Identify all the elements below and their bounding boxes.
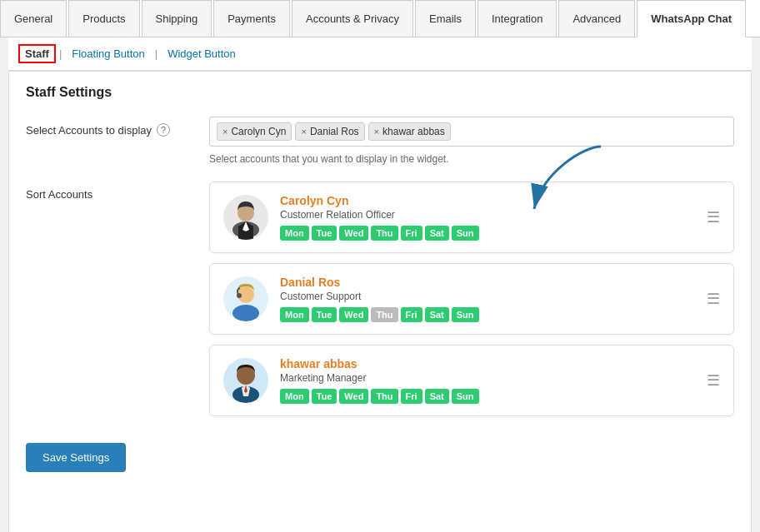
- drag-handle-khawar[interactable]: ☰: [707, 371, 720, 390]
- day-mon-danial: Mon: [280, 307, 309, 322]
- day-sat-carolyn: Sat: [425, 226, 449, 241]
- day-fri-danial: Fri: [401, 307, 422, 322]
- subtab-staff[interactable]: Staff: [18, 44, 56, 63]
- tabs-bar: General Products Shipping Payments Accou…: [0, 0, 760, 37]
- day-wed-khawar: Wed: [339, 389, 368, 404]
- svg-point-5: [232, 305, 259, 321]
- subtab-widget-button[interactable]: Widget Button: [161, 44, 242, 63]
- staff-role-khawar: Marketing Manager: [280, 372, 695, 384]
- day-sun-khawar: Sun: [452, 389, 479, 404]
- subtab-separator-2: |: [155, 47, 158, 60]
- tag-input[interactable]: × Carolyn Cyn × Danial Ros × khawar abba…: [209, 117, 734, 147]
- select-accounts-label: Select Accounts to display ?: [26, 117, 209, 137]
- days-row-danial: Mon Tue Wed Thu Fri Sat Sun: [280, 307, 695, 322]
- staff-info-danial: Danial Ros Customer Support Mon Tue Wed …: [280, 276, 695, 322]
- tag-danial-ros: × Danial Ros: [295, 122, 364, 141]
- svg-point-7: [237, 293, 242, 298]
- subtabs-bar: Staff | Floating Button | Widget Button: [8, 37, 752, 71]
- day-thu-khawar: Thu: [371, 389, 398, 404]
- main-content: Staff Settings Select Accounts to displa…: [8, 71, 752, 532]
- sort-accounts-label: Sort Accounts: [26, 181, 209, 201]
- day-tue-khawar: Tue: [312, 389, 338, 404]
- drag-handle-danial[interactable]: ☰: [707, 290, 720, 308]
- days-row-khawar: Mon Tue Wed Thu Fri Sat Sun: [280, 389, 695, 404]
- staff-info-khawar: khawar abbas Marketing Manager Mon Tue W…: [280, 357, 695, 404]
- tag-remove-carolyn[interactable]: ×: [222, 127, 228, 137]
- day-fri-carolyn: Fri: [401, 226, 422, 241]
- staff-name-khawar: khawar abbas: [280, 357, 695, 370]
- tag-remove-khawar[interactable]: ×: [374, 127, 379, 137]
- staff-info-carolyn: Carolyn Cyn Customer Relation Officer Mo…: [280, 194, 695, 241]
- tag-khawar-abbas: × khawar abbas: [368, 122, 451, 141]
- day-thu-danial: Thu: [371, 307, 398, 322]
- days-row-carolyn: Mon Tue Wed Thu Fri Sat Sun: [280, 226, 695, 241]
- subtab-floating-button[interactable]: Floating Button: [65, 44, 151, 63]
- tab-integration[interactable]: Integration: [478, 0, 557, 37]
- staff-name-carolyn: Carolyn Cyn: [280, 194, 695, 207]
- tab-payments[interactable]: Payments: [213, 0, 290, 37]
- day-mon-carolyn: Mon: [280, 226, 309, 241]
- staff-name-danial: Danial Ros: [280, 276, 695, 289]
- staff-list: Carolyn Cyn Customer Relation Officer Mo…: [209, 181, 734, 416]
- avatar-carolyn: [223, 195, 268, 240]
- content-area: Staff | Floating Button | Widget Button …: [0, 37, 760, 532]
- svg-point-10: [237, 366, 255, 385]
- staff-card-khawar: khawar abbas Marketing Manager Mon Tue W…: [209, 345, 734, 416]
- day-sat-danial: Sat: [425, 307, 449, 322]
- staff-role-danial: Customer Support: [280, 291, 695, 302]
- day-sun-danial: Sun: [452, 307, 479, 322]
- avatar-danial: [223, 276, 268, 321]
- drag-handle-carolyn[interactable]: ☰: [707, 208, 720, 226]
- staff-card-danial: Danial Ros Customer Support Mon Tue Wed …: [209, 263, 734, 335]
- day-sun-carolyn: Sun: [452, 226, 479, 241]
- day-tue-danial: Tue: [312, 307, 338, 322]
- day-mon-khawar: Mon: [280, 389, 309, 404]
- day-thu-carolyn: Thu: [371, 226, 398, 241]
- section-title: Staff Settings: [26, 85, 734, 100]
- tag-remove-danial[interactable]: ×: [301, 127, 306, 137]
- staff-role-carolyn: Customer Relation Officer: [280, 209, 695, 221]
- day-tue-carolyn: Tue: [312, 226, 338, 241]
- day-sat-khawar: Sat: [425, 389, 449, 404]
- day-wed-carolyn: Wed: [339, 226, 368, 241]
- tab-products[interactable]: Products: [68, 0, 139, 37]
- tab-advanced[interactable]: Advanced: [558, 0, 635, 37]
- help-icon[interactable]: ?: [157, 123, 170, 137]
- day-wed-danial: Wed: [339, 307, 368, 322]
- tab-shipping[interactable]: Shipping: [142, 0, 212, 37]
- sort-accounts-row: Sort Accounts: [26, 181, 734, 416]
- tab-accounts-privacy[interactable]: Accounts & Privacy: [292, 0, 413, 37]
- hint-text: Select accounts that you want to display…: [209, 153, 734, 165]
- staff-card-carolyn: Carolyn Cyn Customer Relation Officer Mo…: [209, 181, 734, 253]
- tab-emails[interactable]: Emails: [415, 0, 476, 37]
- save-settings-button[interactable]: Save Settings: [26, 443, 126, 472]
- page-wrapper: General Products Shipping Payments Accou…: [0, 0, 760, 532]
- select-accounts-row: Select Accounts to display ? × Carolyn C…: [26, 117, 734, 147]
- tag-carolyn-cyn: × Carolyn Cyn: [217, 122, 292, 141]
- tab-general[interactable]: General: [0, 0, 67, 37]
- day-fri-khawar: Fri: [401, 389, 422, 404]
- subtab-separator-1: |: [59, 47, 62, 60]
- avatar-khawar: [223, 358, 268, 403]
- tab-whatsapp-chat[interactable]: WhatsApp Chat: [637, 0, 746, 37]
